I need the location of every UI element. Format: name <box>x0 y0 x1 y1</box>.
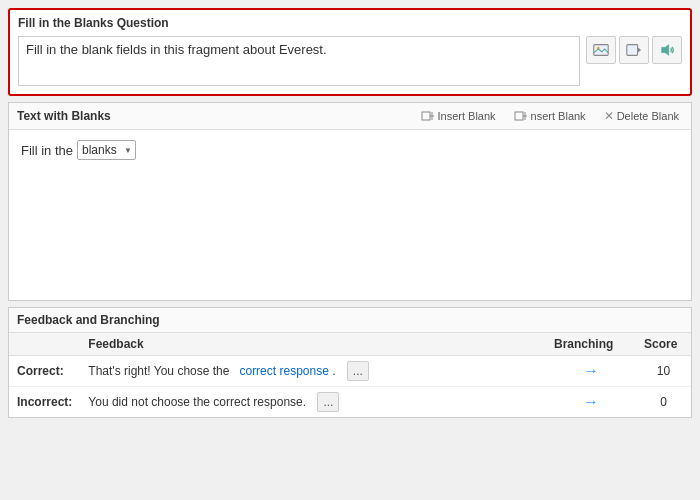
question-section-title: Fill in the Blanks Question <box>18 16 682 30</box>
blank-dropdown-wrapper: blanks <box>77 140 136 160</box>
blanks-text: Fill in the blanks <box>21 140 136 160</box>
blanks-section-title: Text with Blanks <box>17 109 111 123</box>
correct-feedback-link: correct response <box>239 364 328 378</box>
insert-blank-button-1[interactable]: Insert Blank <box>417 107 500 125</box>
correct-feedback-start: That's right! You chose the <box>88 364 229 378</box>
incorrect-branching-cell: → <box>546 387 636 418</box>
image-icon <box>592 41 610 59</box>
blanks-content: Fill in the blanks <box>9 130 691 300</box>
feedback-table-header-row: Feedback Branching Score <box>9 333 691 356</box>
blanks-header: Text with Blanks Insert Blank <box>9 103 691 130</box>
media-buttons <box>586 36 682 64</box>
feedback-section-title: Feedback and Branching <box>9 308 691 333</box>
video-icon <box>625 41 643 59</box>
audio-button[interactable] <box>652 36 682 64</box>
main-container: Fill in the Blanks Question Fill in the … <box>0 0 700 500</box>
th-empty <box>9 333 80 356</box>
insert-blank-label-1: Insert Blank <box>438 110 496 122</box>
delete-blank-label: Delete Blank <box>617 110 679 122</box>
correct-more-button[interactable]: ... <box>347 361 369 381</box>
th-feedback: Feedback <box>80 333 546 356</box>
blanks-prefix: Fill in the <box>21 143 73 158</box>
video-button[interactable] <box>619 36 649 64</box>
svg-marker-3 <box>638 47 642 52</box>
feedback-table: Feedback Branching Score Correct: That's… <box>9 333 691 417</box>
correct-feedback-cell: That's right! You chose the correct resp… <box>80 356 546 387</box>
correct-arrow-button[interactable]: → <box>583 362 599 380</box>
insert-blank-icon-1 <box>421 109 435 123</box>
th-score: Score <box>636 333 691 356</box>
delete-blank-button[interactable]: ✕ Delete Blank <box>600 107 683 125</box>
blank-dropdown[interactable]: blanks <box>77 140 136 160</box>
image-button[interactable] <box>586 36 616 64</box>
svg-marker-4 <box>662 45 669 56</box>
incorrect-score: 0 <box>636 387 691 418</box>
incorrect-label: Incorrect: <box>9 387 80 418</box>
th-branching: Branching <box>546 333 636 356</box>
question-section: Fill in the Blanks Question Fill in the … <box>8 8 692 96</box>
table-row-incorrect: Incorrect: You did not choose the correc… <box>9 387 691 418</box>
question-input-area: Fill in the blank fields in this fragmen… <box>18 36 682 86</box>
blanks-toolbar: Insert Blank nsert Blank ✕ Delete Blank <box>417 107 684 125</box>
feedback-section: Feedback and Branching Feedback Branchin… <box>8 307 692 418</box>
correct-branching-cell: → <box>546 356 636 387</box>
correct-feedback-end: . <box>332 364 335 378</box>
incorrect-feedback-text: You did not choose the correct response. <box>88 395 306 409</box>
question-textarea[interactable]: Fill in the blank fields in this fragmen… <box>18 36 580 86</box>
correct-score: 10 <box>636 356 691 387</box>
insert-blank-button-2[interactable]: nsert Blank <box>510 107 590 125</box>
incorrect-more-button[interactable]: ... <box>317 392 339 412</box>
svg-rect-8 <box>515 112 523 120</box>
svg-rect-5 <box>422 112 430 120</box>
svg-rect-2 <box>627 45 638 56</box>
correct-label: Correct: <box>9 356 80 387</box>
table-row-correct: Correct: That's right! You chose the cor… <box>9 356 691 387</box>
insert-blank-icon-2 <box>514 109 528 123</box>
insert-blank-label-2: nsert Blank <box>531 110 586 122</box>
incorrect-arrow-button[interactable]: → <box>583 393 599 411</box>
delete-x-icon: ✕ <box>604 109 614 123</box>
incorrect-feedback-cell: You did not choose the correct response.… <box>80 387 546 418</box>
audio-icon <box>658 41 676 59</box>
blanks-section: Text with Blanks Insert Blank <box>8 102 692 301</box>
